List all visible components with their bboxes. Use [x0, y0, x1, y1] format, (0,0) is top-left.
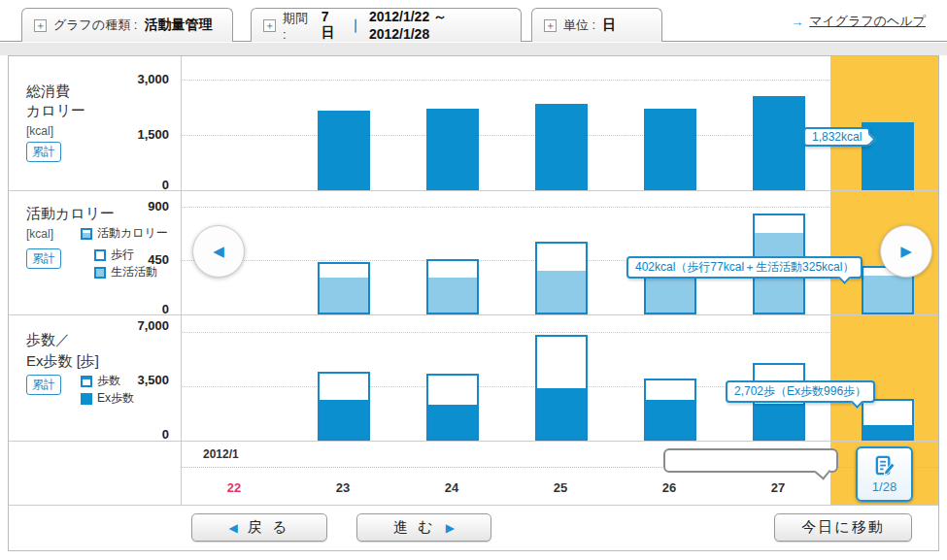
- bar-bottom-segment: [863, 425, 912, 439]
- tab-period[interactable]: ＋ 期間 : 7日 ｜ 2012/1/22 ～ 2012/1/28: [251, 8, 522, 42]
- back-button[interactable]: ◀ 戻 る: [191, 513, 327, 542]
- bar-bottom-segment: [320, 400, 368, 439]
- tooltip-steps-text: 2,702歩（Ex歩数996歩）: [734, 384, 866, 398]
- legend-daily-activity-icon: [94, 267, 106, 279]
- bar-day-1-25[interactable]: [535, 335, 588, 441]
- graph-panel: 総消費 カロリー [kcal] 累計 3,000 1,500 0 活動カロリー …: [8, 55, 939, 551]
- forward-button[interactable]: 進 む ▶: [356, 513, 491, 542]
- triangle-left-icon: ◀: [213, 243, 224, 260]
- legend-ex-steps-label: Ex歩数: [97, 390, 134, 407]
- row1-title-line1: 総消費: [26, 82, 70, 101]
- bar-bottom-segment: [863, 276, 912, 313]
- triangle-left-icon: ◀: [229, 521, 238, 535]
- bar-bottom-segment: [320, 278, 368, 313]
- day-label-26: 26: [650, 480, 689, 495]
- legend-activity-icon: [81, 228, 92, 240]
- next-period-button[interactable]: ▶: [880, 225, 932, 278]
- tab-graph-type[interactable]: ＋ グラフの種類 : 活動量管理: [21, 8, 233, 42]
- tooltip-steps: 2,702歩（Ex歩数996歩）: [726, 380, 875, 403]
- day-label-23: 23: [323, 480, 362, 495]
- row-separator: [9, 190, 938, 191]
- bar-bottom-segment: [646, 400, 694, 439]
- legend-walking-icon: [94, 249, 106, 261]
- row-separator: [9, 441, 938, 442]
- tab-period-range: 2012/1/22 ～ 2012/1/28: [369, 9, 509, 42]
- bar-day-1-28[interactable]: [862, 399, 914, 441]
- row3-ytick-max: 7,000: [106, 318, 169, 333]
- row1-ytick-mid: 1,500: [106, 127, 169, 142]
- bar-bottom-segment: [755, 404, 803, 439]
- day-label-24: 24: [432, 480, 471, 495]
- bar-day-1-24[interactable]: [426, 109, 479, 190]
- label-chart-divider: [181, 56, 182, 505]
- go-to-today-label: 今日に移動: [801, 518, 884, 537]
- empty-callout-bubble: [663, 448, 838, 473]
- bar-day-1-24[interactable]: [426, 259, 479, 314]
- triangle-right-icon: ▶: [900, 243, 912, 260]
- gridline: [182, 207, 938, 208]
- row2-cumulative-badge: 累計: [26, 248, 61, 269]
- day-label-22: 22: [215, 480, 254, 495]
- tab-graph-type-label: グラフの種類 :: [53, 16, 137, 34]
- tooltip-total-calories: 1,832kcal: [803, 127, 870, 147]
- forward-button-label: 進 む: [393, 518, 436, 537]
- row2-ytick-mid: 450: [106, 252, 169, 267]
- go-to-today-button[interactable]: 今日に移動: [774, 513, 912, 542]
- memo-edit-icon: [873, 455, 896, 478]
- back-button-label: 戻 る: [248, 518, 290, 537]
- legend-activity-label: 活動カロリー: [97, 225, 168, 242]
- bar-day-1-23[interactable]: [318, 372, 370, 441]
- row2-title: 活動カロリー: [26, 205, 115, 223]
- bar-bottom-segment: [646, 278, 694, 313]
- row1-unit: [kcal]: [26, 124, 53, 138]
- tooltip-activity-calories-text: 402kcal（歩行77kcal＋生活活動325kcal）: [635, 260, 854, 274]
- tab-unit-label: 単位 :: [563, 16, 595, 34]
- plot-total-calories: [182, 56, 938, 190]
- tab-unit-value: 日: [602, 16, 616, 34]
- bar-bottom-segment: [428, 405, 477, 439]
- day-label-27: 27: [759, 480, 797, 495]
- bar-day-1-23[interactable]: [318, 111, 370, 190]
- bar-day-1-26[interactable]: [644, 109, 696, 190]
- expand-icon: ＋: [34, 19, 47, 32]
- help-link-label: マイグラフのヘルプ: [809, 13, 926, 30]
- row1-ytick-max: 3,000: [106, 72, 169, 86]
- bar-day-1-26[interactable]: [644, 379, 696, 441]
- row3-ytick-zero: 0: [106, 427, 169, 442]
- bar-day-1-24[interactable]: [426, 374, 479, 441]
- tab-period-label: 期間 :: [283, 10, 315, 42]
- row2-unit: [kcal]: [26, 227, 53, 241]
- tooltip-activity-calories: 402kcal（歩行77kcal＋生活活動325kcal）: [626, 256, 862, 279]
- row1-title-line2: カロリー: [26, 102, 85, 120]
- help-link[interactable]: → マイグラフのヘルプ: [791, 13, 926, 30]
- bubble-tail: [815, 464, 831, 480]
- row3-ytick-mid: 3,500: [106, 373, 169, 387]
- selected-day-button[interactable]: 1/28: [856, 446, 913, 502]
- gridline: [182, 332, 938, 333]
- my-graph-app: ＋ グラフの種類 : 活動量管理 ＋ 期間 : 7日 ｜ 2012/1/22 ～…: [0, 0, 947, 560]
- legend-ex-steps-icon: [81, 393, 92, 405]
- bar-day-1-23[interactable]: [318, 262, 370, 314]
- tooltip-total-calories-text: 1,832kcal: [812, 130, 862, 144]
- legend-ex-steps: Ex歩数: [81, 390, 134, 407]
- plot-activity-calories: [182, 191, 938, 314]
- gridline: [182, 80, 938, 81]
- prev-period-button[interactable]: ◀: [192, 225, 245, 278]
- triangle-right-icon: ▶: [446, 521, 455, 535]
- row3-title-line2: Ex歩数 [歩]: [26, 352, 99, 371]
- expand-icon: ＋: [544, 19, 557, 32]
- legend-steps-icon: [81, 376, 92, 387]
- row2-ytick-max: 900: [106, 199, 169, 214]
- bar-day-1-25[interactable]: [535, 242, 588, 314]
- bar-day-1-25[interactable]: [535, 104, 588, 190]
- tab-period-separator: ｜: [349, 16, 362, 34]
- row1-cumulative-badge: 累計: [26, 142, 61, 162]
- arrow-right-icon: →: [791, 15, 803, 29]
- expand-icon: ＋: [263, 19, 276, 32]
- tab-unit[interactable]: ＋ 単位 : 日: [531, 8, 662, 42]
- axis-month-label: 2012/1: [203, 447, 239, 461]
- tab-period-value: 7日: [321, 9, 342, 42]
- bar-day-1-27[interactable]: [753, 96, 805, 190]
- row3-cumulative-badge: 累計: [26, 375, 61, 395]
- day-label-25: 25: [541, 480, 580, 495]
